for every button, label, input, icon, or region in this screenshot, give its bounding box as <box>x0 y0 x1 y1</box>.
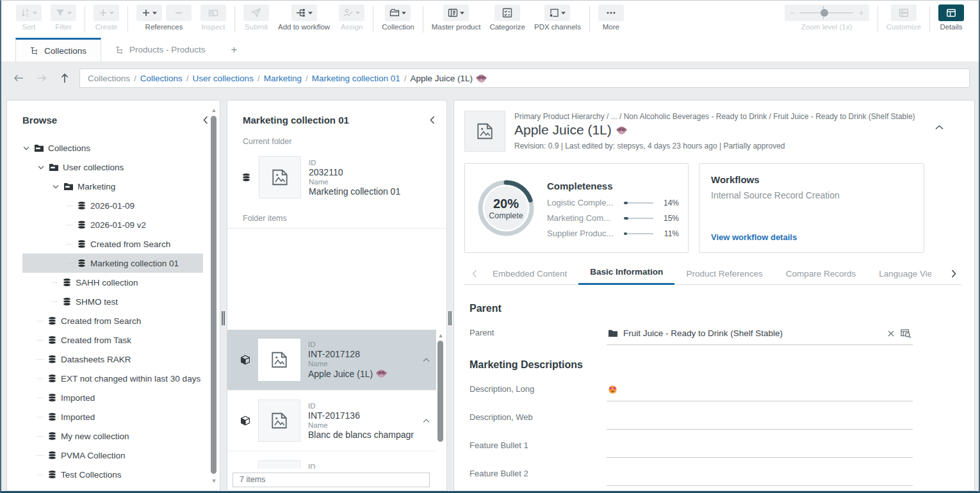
item-thumbnail <box>258 339 300 381</box>
caret-icon <box>402 12 406 15</box>
create-button: Create <box>94 4 119 31</box>
clear-button[interactable] <box>886 329 895 338</box>
form-row-feature-bullet-2: Feature Bullet 2 <box>470 458 958 486</box>
tree-item-test-collections[interactable]: Test Collections <box>22 465 203 484</box>
field-value[interactable]: Fruit Juice - Ready to Drink (Shelf Stab… <box>607 326 913 345</box>
up-button[interactable] <box>56 70 73 86</box>
item-collapse-icon[interactable] <box>423 358 430 362</box>
panel-resizer-left[interactable] <box>220 100 227 491</box>
workflows-title: Workflows <box>711 174 912 185</box>
form-row-description-long: Description, Long <box>470 373 958 401</box>
field-value[interactable] <box>607 382 913 401</box>
tree-item-created-from-search[interactable]: Created from Search <box>22 311 203 330</box>
stack-icon <box>47 393 57 402</box>
tree-item-marketing-collection-01[interactable]: Marketing collection 01 <box>22 254 203 273</box>
lookup-button[interactable] <box>901 328 911 339</box>
hierarchy-icon <box>30 46 39 55</box>
folder-items-list: IDINT-2017128NameApple Juice (1L)IDINT-2… <box>227 330 436 469</box>
stack-icon <box>47 316 57 325</box>
tree-item-2026-01-09[interactable]: 2026-01-09 <box>22 196 203 215</box>
master-product-button[interactable]: Master product <box>432 4 481 31</box>
caret-icon <box>152 12 157 15</box>
caret-icon <box>67 12 72 15</box>
tree-item-shmo-test[interactable]: SHMO test <box>22 292 203 311</box>
tabs-scroll-right-button[interactable] <box>945 270 960 284</box>
field-value[interactable] <box>607 439 913 458</box>
tree-item-sahh-collection[interactable]: SAHH collection <box>22 273 203 292</box>
folder-panel-collapse-button[interactable] <box>430 116 435 124</box>
view-workflow-details-link[interactable]: View workflow details <box>711 232 912 242</box>
breadcrumb-segment[interactable]: Marketing <box>264 74 302 83</box>
details-button[interactable]: Details <box>938 4 964 31</box>
folder-panel-title: Marketing collection 01 <box>243 115 349 125</box>
field-label: Parent <box>470 328 607 345</box>
stack-icon <box>47 335 57 344</box>
scroll-up-icon[interactable]: ▲ <box>437 332 444 339</box>
tree-item-ext-not-changed-within-last-30-days[interactable]: EXT not changed within last 30 days <box>22 369 203 388</box>
tab-language-view[interactable]: Language View <box>867 269 931 285</box>
tab-embedded-content[interactable]: Embedded Content <box>481 269 578 285</box>
scrollbar-thumb[interactable] <box>437 341 443 442</box>
add-to-workflow-button[interactable]: Add to workflow <box>278 4 330 31</box>
scrollbar-thumb[interactable] <box>211 116 216 474</box>
inspect-icon <box>208 8 218 18</box>
tree-item-collections[interactable]: Collections <box>22 138 203 158</box>
tree-item-imported[interactable]: Imported <box>22 407 203 426</box>
tab-basic-information[interactable]: Basic Information <box>578 267 674 285</box>
tree-item-pvma-collection[interactable]: PVMA Collection <box>22 446 203 465</box>
field-value[interactable] <box>607 410 913 430</box>
collection-button[interactable]: Collection <box>382 4 414 31</box>
tree-item-marketing[interactable]: Marketing <box>22 177 203 196</box>
pdx-icon <box>549 8 559 18</box>
workflow-entry: Internal Source Record Creation <box>711 190 912 200</box>
expand-chevron-icon[interactable] <box>52 184 60 189</box>
tree-item-my-new-collection[interactable]: My new collection <box>22 426 203 446</box>
filter-button: Filter <box>51 4 76 31</box>
back-button[interactable] <box>10 70 27 86</box>
tree-item-created-from-task[interactable]: Created from Task <box>22 330 203 350</box>
tab-compare-records[interactable]: Compare Records <box>774 269 868 285</box>
assign-button: Assign <box>339 4 364 31</box>
new-tab-button[interactable]: + <box>220 38 249 61</box>
folder-list-scrollbar[interactable]: ▲ <box>437 332 445 469</box>
tree-item-2026-01-09-v2[interactable]: 2026-01-09 v2 <box>22 215 203 234</box>
item-collapse-icon[interactable] <box>423 419 430 423</box>
folder-item-int-2017136[interactable]: IDINT-2017136NameBlanc de blancs champag… <box>227 391 436 451</box>
tree-item-user-collections[interactable]: User collections <box>22 158 203 177</box>
plus-icon <box>142 8 151 17</box>
scroll-down-icon[interactable]: ▼ <box>211 478 217 484</box>
tab-product-references[interactable]: Product References <box>674 269 774 285</box>
more-button[interactable]: More <box>598 4 624 31</box>
categorize-button[interactable]: Categorize <box>489 4 525 31</box>
cube-icon <box>240 355 250 365</box>
assign-icon <box>343 8 354 18</box>
section-heading: Parent <box>470 303 958 314</box>
references-button[interactable]: References <box>136 4 192 31</box>
browse-collapse-button[interactable] <box>203 116 208 124</box>
submit-button: Submit <box>243 4 269 31</box>
field-label: Description, Web <box>470 412 607 430</box>
caret-icon <box>308 12 313 15</box>
breadcrumb-segment[interactable]: Marketing collection 01 <box>312 74 400 83</box>
folder-item-int-2015436[interactable]: IDINT-2015436NameCabernet Sauvignon <box>227 451 436 469</box>
workspace-tab-products-products[interactable]: Products - Products <box>101 38 220 61</box>
item-thumbnail <box>258 460 300 469</box>
tree-item-imported[interactable]: Imported <box>22 388 203 407</box>
scroll-up-icon[interactable]: ▲ <box>211 107 217 113</box>
tree-item-created-from-search[interactable]: Created from Search <box>22 234 203 254</box>
tree-item-datasheets-rakr[interactable]: Datasheets RAKR <box>22 350 203 369</box>
current-folder-card[interactable]: ID 2032110 Name Marketing collection 01 <box>227 150 446 209</box>
field-value[interactable] <box>607 467 913 486</box>
pdx-channels-button[interactable]: PDX channels <box>534 4 581 31</box>
expand-chevron-icon[interactable] <box>22 146 30 150</box>
workspace-tab-collections[interactable]: Collections <box>15 38 101 61</box>
current-folder-label: Current folder <box>227 132 446 150</box>
folder-item-int-2017128[interactable]: IDINT-2017128NameApple Juice (1L) <box>227 330 436 391</box>
product-header-collapse-button[interactable] <box>935 111 961 152</box>
browse-scrollbar[interactable]: ▲ ▼ <box>210 107 218 484</box>
expand-chevron-icon[interactable] <box>37 165 45 170</box>
breadcrumb-segment[interactable]: User collections <box>193 74 254 83</box>
stack-icon <box>77 259 86 268</box>
panel-resizer-right[interactable] <box>447 100 453 491</box>
breadcrumb-segment[interactable]: Collections <box>140 74 183 83</box>
